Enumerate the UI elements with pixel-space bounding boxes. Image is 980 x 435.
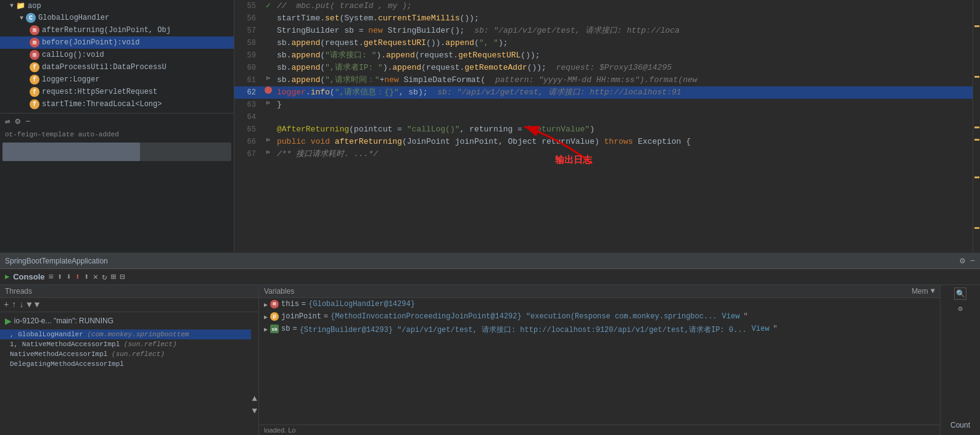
threads-down-btn[interactable]: ↓	[19, 300, 24, 310]
var-expand-sb[interactable]: ▶	[264, 326, 268, 333]
collapse-arrow-icon: ▼	[10, 2, 14, 9]
check-icon: ✓	[266, 0, 271, 10]
console-table-icon[interactable]: ⊞	[111, 271, 116, 282]
code-scroll-bar[interactable]	[973, 0, 980, 252]
threads-add-btn[interactable]: +	[4, 300, 9, 310]
breakpoint-62	[265, 86, 272, 94]
sidebar-item-field-2[interactable]: f request:HttpServletRequest	[0, 86, 234, 98]
line-number-59: 59	[234, 49, 262, 62]
console-x-icon[interactable]: ✕	[93, 271, 98, 282]
mem-dropdown[interactable]: ▼	[931, 287, 935, 296]
console-toolbar: ▶ Console ≡ ⬆ ⬇ ⬆ ⬆ ✕ ↻ ⊞ ⊟	[0, 269, 980, 285]
mem-header: Mem ▼	[907, 285, 940, 298]
code-content-57: StringBuilder sb = new StringBuilder(); …	[274, 25, 980, 37]
console-up-icon[interactable]: ⬆	[57, 271, 62, 282]
joinpoint-more: "	[743, 312, 747, 321]
var-name-sb: sb	[281, 325, 290, 333]
stack-scroll-controls: ▲ ▼	[251, 329, 258, 435]
bottom-section: SpringBootTemplateApplication ⚙ − ▶ Cons…	[0, 253, 980, 435]
code-content-60: sb.append(",请求者IP: ").append(request.get…	[274, 62, 980, 74]
threads-filter-btn[interactable]: ▼	[27, 300, 31, 310]
variables-header-label: Variables	[264, 287, 294, 296]
expand-arrow-icon: ▼	[20, 15, 23, 22]
threads-up-btn[interactable]: ↑	[11, 300, 16, 310]
line-gutter-63: ⊳	[262, 99, 274, 107]
top-section: ▼ 📁 aop ▼ C GlobalLogHandler m afterRetu…	[0, 0, 980, 253]
lib-label-text: ot-feign-template auto-added	[5, 131, 119, 138]
settings-icon-box[interactable]: ⚙	[954, 302, 966, 315]
sidebar-item-field-3[interactable]: f startTime:ThreadLocal<Long>	[0, 98, 234, 110]
sidebar-class-label: GlobalLogHandler	[38, 14, 109, 22]
minus-icon[interactable]: −	[25, 117, 30, 126]
sidebar-item-field-1[interactable]: f logger:Logger	[0, 73, 234, 86]
scroll-marker-2	[974, 76, 979, 78]
gear-icon: ⚙	[958, 304, 962, 313]
var-value-joinpoint: {MethodInvocationProceedingJoinPoint@142…	[331, 312, 717, 321]
threads-export-btn[interactable]: ▼	[35, 300, 39, 310]
var-item-this: ▶ m this = {GlobalLogHandler@14294}	[259, 298, 940, 310]
minimize-btn[interactable]: −	[970, 256, 975, 266]
right-panel: 🔍 ⚙ Count	[940, 285, 980, 435]
align-icon[interactable]: ⇌	[5, 116, 10, 126]
stack-scroll-down[interactable]: ▼	[252, 406, 257, 416]
search-icon: 🔍	[956, 289, 965, 299]
sidebar-item-aop[interactable]: ▼ 📁 aop	[0, 0, 234, 12]
console-stop-icon[interactable]: ⬆	[75, 271, 80, 282]
stack-area: , GlobalLogHandler (com.monkey.springboo…	[0, 329, 258, 435]
threads-panel: Threads + ↑ ↓ ▼ ▼ ▶ io-9120-e... "main":…	[0, 285, 259, 435]
line-number-63: 63	[234, 99, 262, 111]
field-icon-2: f	[30, 87, 39, 97]
stack-frame-0[interactable]: , GlobalLogHandler (com.monkey.springboo…	[0, 329, 251, 339]
sidebar-field-label-0: dataProcessUtil:DataProcessU	[42, 63, 167, 72]
sidebar-field-label-3: startTime:ThreadLocal<Long>	[42, 100, 162, 109]
count-container: Count	[941, 416, 980, 435]
joinpoint-view-link[interactable]: View	[722, 312, 740, 321]
code-line-67: 67 ⊳ /** 接口请求耗时. ...*/	[234, 148, 980, 160]
sidebar-item-method-2[interactable]: m callLog():void	[0, 49, 234, 61]
code-content-58: sb.append(request.getRequestURI()).appen…	[274, 37, 980, 49]
stack-frame-1[interactable]: 1, NativeMethodAccessorImpl (sun.reflect…	[0, 339, 251, 349]
var-expand-this[interactable]: ▶	[264, 301, 268, 309]
thread-item-main[interactable]: ▶ io-9120-e... "main": RUNNING	[0, 312, 258, 329]
search-icon-box[interactable]: 🔍	[954, 288, 966, 300]
fold-icon-63: ⊳	[266, 99, 271, 107]
console-list-icon[interactable]: ⊟	[120, 271, 125, 282]
threads-panel-header: Threads	[0, 285, 258, 298]
variables-panel: Variables Mem ▼ ▶ m this = {GlobalLogHan…	[259, 285, 940, 435]
sidebar-field-label-1: logger:Logger	[42, 75, 100, 84]
line-gutter-62	[262, 86, 274, 94]
sidebar-scrollbar[interactable]	[2, 143, 231, 161]
scroll-marker-5	[974, 176, 979, 178]
field-icon-0: f	[30, 62, 39, 72]
console-menu-icon[interactable]: ≡	[49, 272, 54, 282]
settings-btn[interactable]: ⚙	[960, 255, 965, 266]
code-content-59: sb.append("请求接口: ").append(request.getRe…	[274, 49, 980, 62]
right-panel-spacer	[941, 317, 980, 416]
stack-frame-3[interactable]: DelegatingMethodAccessorImpl	[0, 359, 251, 369]
scroll-marker-3	[974, 126, 979, 128]
sb-view-link[interactable]: View	[752, 325, 770, 333]
settings-icon[interactable]: ⚙	[15, 116, 20, 126]
sidebar-method-label-0: afterReturning(JoinPoint, Obj	[42, 26, 171, 35]
code-line-63: 63 ⊳ }	[234, 99, 980, 111]
stack-scroll-up[interactable]: ▲	[252, 394, 257, 404]
fold-icon-67: ⊳	[266, 148, 271, 156]
var-expand-joinpoint[interactable]: ▶	[264, 313, 268, 321]
console-label[interactable]: Console	[13, 272, 44, 281]
line-number-67: 67	[234, 148, 262, 160]
line-number-61: 61	[234, 74, 262, 86]
line-number-57: 57	[234, 25, 262, 37]
var-value-sb: {StringBuilder@14293} "/api/v1/get/test,…	[300, 325, 747, 335]
console-up2-icon[interactable]: ⬆	[84, 271, 89, 282]
stack-frame-2[interactable]: NativeMethodAccessorImpl (sun.reflect)	[0, 349, 251, 359]
line-number-65: 65	[234, 123, 262, 136]
console-refresh-icon[interactable]: ↻	[102, 271, 107, 282]
code-editor: 55 ✓ // mbc.put( traceId , my ); 56 star…	[234, 0, 980, 252]
sidebar-item-method-0[interactable]: m afterReturning(JoinPoint, Obj	[0, 24, 234, 36]
sidebar-item-field-0[interactable]: f dataProcessUtil:DataProcessU	[0, 61, 234, 73]
sidebar-item-method-1[interactable]: m before(JoinPoint):void	[0, 36, 234, 49]
sidebar-item-class[interactable]: ▼ C GlobalLogHandler	[0, 12, 234, 24]
line-number-64: 64	[234, 111, 262, 123]
console-down-icon[interactable]: ⬇	[66, 271, 71, 282]
var-name-this: this	[281, 300, 299, 309]
